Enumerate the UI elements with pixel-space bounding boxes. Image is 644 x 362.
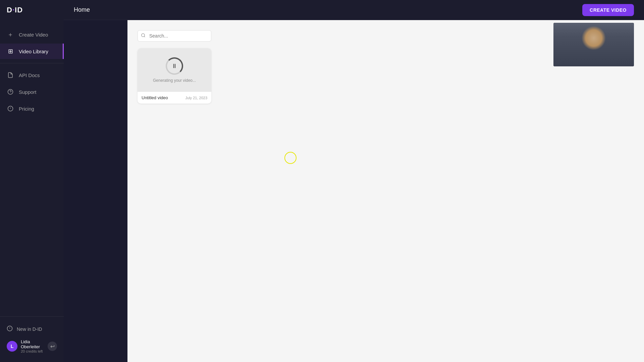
video-preview (553, 23, 634, 66)
svg-point-8 (142, 34, 145, 37)
sidebar-item-label: Create Video (19, 32, 48, 38)
new-icon (7, 325, 13, 333)
user-info: Lidia Oberleiter 20 credits left (21, 339, 44, 353)
sidebar-item-pricing[interactable]: Pricing (0, 101, 64, 116)
nav-divider (0, 63, 64, 63)
sidebar-item-label: Video Library (19, 49, 48, 54)
new-in-did[interactable]: New in D-ID (0, 322, 64, 336)
sidebar-item-video-library[interactable]: ⊞ Video Library (0, 44, 64, 59)
user-credits: 20 credits left (21, 349, 44, 353)
logout-button[interactable]: ↩ (48, 342, 57, 351)
search-input[interactable] (138, 30, 211, 42)
cursor-indicator (284, 152, 297, 164)
avatar: L (7, 341, 17, 352)
search-icon (141, 33, 146, 39)
video-title: Untitled video (142, 95, 168, 100)
generating-text: Generating your video... (153, 78, 196, 83)
pricing-icon (7, 105, 14, 112)
video-card[interactable]: ⏸ Generating your video... Untitled vide… (138, 48, 211, 104)
user-area: L Lidia Oberleiter 20 credits left ↩ (0, 336, 64, 357)
grid-icon: ⊞ (7, 48, 14, 55)
sidebar-bottom: New in D-ID L Lidia Oberleiter 20 credit… (0, 316, 64, 362)
doc-icon (7, 71, 14, 79)
main-content: ⏸ Generating your video... Untitled vide… (127, 20, 644, 362)
sidebar-item-api-docs[interactable]: API Docs (0, 67, 64, 83)
person-preview-image (553, 23, 634, 66)
sidebar-nav: ＋ Create Video ⊞ Video Library API Docs … (0, 20, 64, 316)
video-thumbnail: ⏸ Generating your video... (138, 48, 211, 92)
video-card-footer: Untitled video July 21, 2023 (138, 92, 211, 104)
sidebar-item-label: API Docs (19, 72, 40, 78)
sidebar-item-create-video[interactable]: ＋ Create Video (0, 27, 64, 42)
create-video-button[interactable]: CREATE VIDEO (582, 4, 634, 16)
sidebar: D·ID ＋ Create Video ⊞ Video Library API … (0, 0, 64, 362)
sidebar-item-label: Pricing (19, 106, 34, 112)
generating-spinner: ⏸ (166, 57, 183, 75)
header: Home CREATE VIDEO (64, 0, 644, 20)
logo-text: D·ID (7, 6, 23, 14)
video-date: July 21, 2023 (185, 96, 207, 100)
svg-line-9 (144, 36, 145, 37)
sidebar-item-support[interactable]: Support (0, 84, 64, 100)
sidebar-item-label: Support (19, 89, 37, 95)
page-title: Home (74, 6, 90, 13)
support-icon (7, 88, 14, 96)
logo: D·ID (0, 0, 64, 20)
new-in-did-label: New in D-ID (17, 326, 42, 332)
spinner-icon: ⏸ (171, 63, 177, 70)
plus-icon: ＋ (7, 31, 14, 38)
search-container (138, 30, 211, 42)
user-name: Lidia Oberleiter (21, 339, 44, 349)
